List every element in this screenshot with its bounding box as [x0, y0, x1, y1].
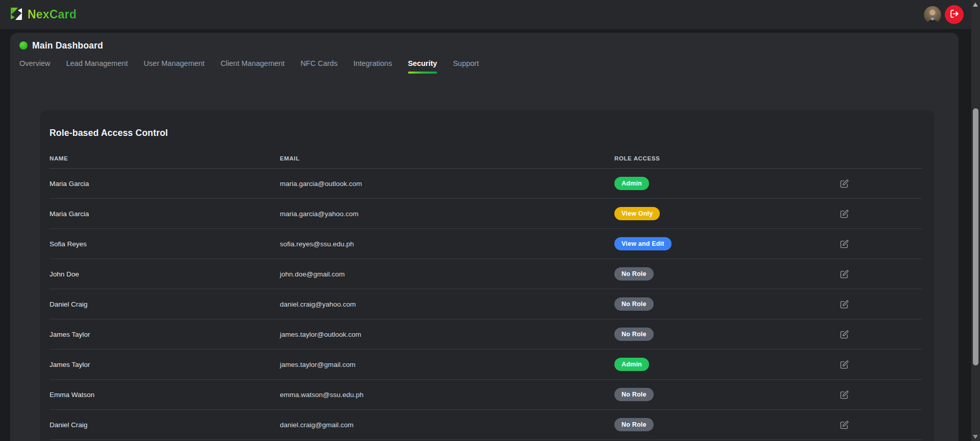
tab-support[interactable]: Support [453, 59, 479, 74]
edit-role-button[interactable] [840, 299, 850, 309]
edit-role-button[interactable] [840, 389, 850, 400]
scrollbar-thumb[interactable] [973, 108, 978, 365]
active-tab-underline [408, 72, 437, 74]
cell-role: View and Edit [614, 237, 840, 250]
table-row: James Taylorjames.taylor@outlook.comNo R… [50, 319, 922, 350]
cell-name: James Taylor [50, 361, 280, 368]
table-row: John Doejohn.doe@gmail.comNo Role [50, 259, 922, 289]
cell-role: Admin [614, 358, 840, 371]
edit-role-button[interactable] [840, 359, 850, 369]
cell-name: John Doe [50, 270, 280, 278]
cell-email: james.taylor@outlook.com [280, 331, 614, 338]
cell-email: emma.watson@ssu.edu.ph [280, 391, 614, 399]
brand[interactable]: NexCard [9, 6, 77, 24]
scroll-up-arrow-icon[interactable] [973, 3, 978, 7]
edit-role-button[interactable] [840, 269, 850, 279]
edit-role-button[interactable] [840, 329, 850, 339]
logout-button[interactable] [945, 5, 964, 24]
table-row: Emma Watsonemma.watson@ssu.edu.phNo Role [50, 380, 922, 410]
role-badge: No Role [614, 328, 654, 341]
cell-name: Maria Garcia [50, 210, 280, 218]
edit-icon [840, 421, 849, 429]
top-bar: NexCard [0, 0, 971, 29]
role-badge: No Role [614, 267, 654, 281]
tab-client-management[interactable]: Client Management [221, 59, 285, 74]
cell-actions [840, 178, 922, 189]
tab-label: Security [408, 59, 437, 67]
cell-role: No Role [614, 297, 840, 311]
cell-name: Daniel Craig [50, 300, 280, 308]
cell-actions [840, 269, 922, 279]
cell-name: Maria Garcia [50, 180, 280, 188]
role-badge: View and Edit [614, 237, 672, 250]
edit-role-button[interactable] [840, 208, 850, 219]
logout-icon [950, 9, 959, 20]
tab-label: Client Management [221, 59, 285, 67]
cell-email: maria.garcia@outlook.com [280, 180, 614, 188]
page-title-row: Main Dashboard [19, 40, 949, 51]
tab-security[interactable]: Security [408, 59, 437, 74]
rbac-table-body: Maria Garciamaria.garcia@outlook.comAdmi… [50, 169, 922, 440]
user-avatar[interactable] [924, 6, 941, 24]
cell-email: daniel.craig@yahoo.com [280, 300, 614, 308]
rbac-card-title: Role-based Access Control [50, 127, 922, 138]
edit-icon [840, 300, 849, 309]
edit-role-button[interactable] [840, 420, 850, 430]
cell-actions [840, 239, 922, 249]
table-row: Maria Garciamaria.garcia@yahoo.comView O… [50, 199, 922, 229]
tab-user-management[interactable]: User Management [144, 59, 204, 74]
tab-label: Support [453, 59, 479, 67]
edit-icon [840, 240, 849, 248]
edit-icon [840, 360, 849, 369]
tab-bar: OverviewLead ManagementUser ManagementCl… [19, 59, 949, 74]
cell-role: No Role [614, 418, 840, 431]
role-badge: Admin [614, 358, 649, 371]
cell-email: john.doe@gmail.com [280, 270, 614, 278]
tab-label: Overview [19, 59, 50, 67]
edit-icon [840, 390, 849, 399]
edit-icon [840, 330, 849, 339]
role-badge: No Role [614, 297, 654, 311]
column-header-role: ROLE ACCESS [614, 155, 840, 161]
cell-role: No Role [614, 328, 840, 341]
scroll-down-arrow-icon[interactable] [973, 435, 978, 439]
cell-name: Emma Watson [50, 391, 280, 399]
cell-actions [840, 389, 922, 400]
edit-icon [840, 270, 849, 278]
cell-role: View Only [614, 207, 840, 220]
cell-actions [840, 359, 922, 369]
edit-role-button[interactable] [840, 178, 850, 189]
tab-nfc-cards[interactable]: NFC Cards [300, 59, 338, 74]
tab-integrations[interactable]: Integrations [353, 59, 392, 74]
nexcard-logo-icon [9, 6, 24, 24]
cell-actions [840, 299, 922, 309]
rbac-card: Role-based Access Control NAME EMAIL ROL… [40, 110, 934, 441]
main-panel: Main Dashboard OverviewLead ManagementUs… [10, 33, 959, 441]
edit-role-button[interactable] [840, 239, 850, 249]
table-row: Daniel Craigdaniel.craig@yahoo.comNo Rol… [50, 289, 922, 319]
brand-name: NexCard [28, 8, 77, 21]
cell-actions [840, 420, 922, 430]
role-badge: View Only [614, 207, 660, 220]
vertical-scrollbar[interactable] [971, 0, 980, 441]
cell-actions [840, 329, 922, 339]
edit-icon [840, 210, 849, 218]
column-header-email: EMAIL [280, 155, 614, 161]
tab-label: User Management [144, 59, 204, 67]
cell-email: daniel.craig@gmail.com [280, 421, 614, 429]
role-badge: No Role [614, 388, 654, 401]
page-title: Main Dashboard [32, 40, 103, 51]
topbar-actions [924, 5, 964, 24]
panel-header: Main Dashboard OverviewLead ManagementUs… [10, 33, 959, 74]
cell-email: maria.garcia@yahoo.com [280, 210, 614, 218]
tab-overview[interactable]: Overview [19, 59, 50, 74]
table-row: Maria Garciamaria.garcia@outlook.comAdmi… [50, 169, 922, 199]
cell-name: Daniel Craig [50, 421, 280, 429]
status-dot [19, 41, 28, 50]
rbac-table-header: NAME EMAIL ROLE ACCESS [50, 148, 922, 169]
tab-label: Lead Management [66, 59, 128, 67]
tab-label: Integrations [353, 59, 392, 67]
tab-lead-management[interactable]: Lead Management [66, 59, 128, 74]
cell-email: james.taylor@gmail.com [280, 361, 614, 368]
cell-role: No Role [614, 267, 840, 281]
